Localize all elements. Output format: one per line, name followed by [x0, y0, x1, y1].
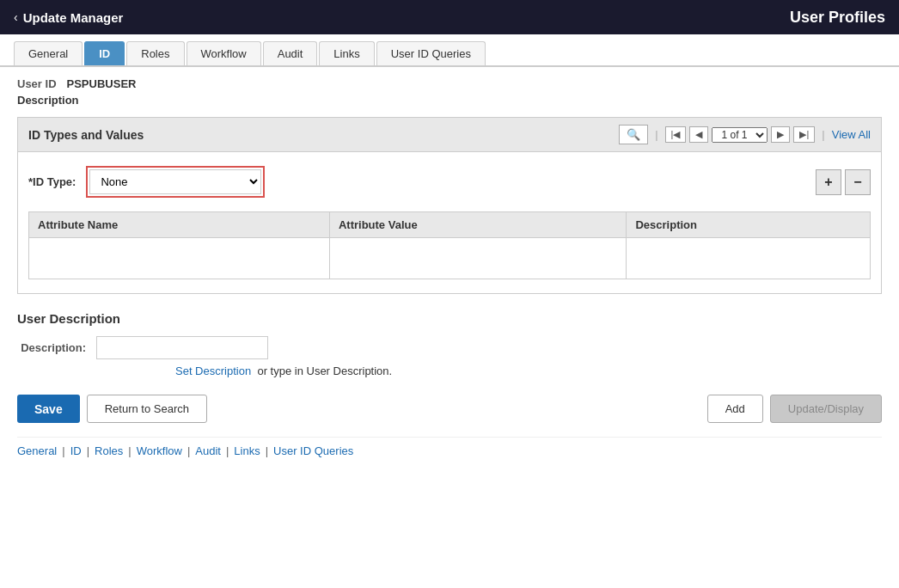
- tab-workflow[interactable]: Workflow: [187, 41, 261, 65]
- desc-field-label: Description:: [17, 341, 86, 354]
- sep-4: |: [182, 444, 195, 457]
- add-remove-btns: + −: [816, 169, 871, 195]
- attr-value-cell: [329, 238, 627, 279]
- description-input[interactable]: [96, 336, 268, 359]
- nav-last-button[interactable]: ▶|: [793, 126, 815, 143]
- add-row-button[interactable]: +: [816, 169, 841, 195]
- col-attribute-value: Attribute Value: [329, 212, 627, 238]
- update-manager-label: Update Manager: [23, 10, 124, 25]
- id-type-select[interactable]: None: [89, 169, 261, 194]
- section-nav: 🔍 | |◀ ◀ 1 of 1 ▶ ▶| | View All: [619, 125, 871, 144]
- tabs-bar: General ID Roles Workflow Audit Links Us…: [0, 34, 899, 67]
- nav-pipe2: |: [818, 128, 828, 141]
- set-desc-text: or type in User Description.: [254, 364, 392, 377]
- sep-2: |: [82, 444, 95, 457]
- id-type-label: *ID Type:: [28, 175, 76, 188]
- tab-user-id-queries[interactable]: User ID Queries: [376, 41, 486, 65]
- tab-links[interactable]: Links: [319, 41, 374, 65]
- back-arrow-icon: ‹: [14, 10, 18, 24]
- nav-pipe: |: [651, 128, 661, 141]
- remove-row-button[interactable]: −: [845, 169, 871, 195]
- section-content: *ID Type: None + − Attribute Name: [18, 152, 881, 293]
- nav-prev-button[interactable]: ◀: [689, 126, 708, 143]
- sep-6: |: [260, 444, 273, 457]
- page-select[interactable]: 1 of 1: [712, 127, 768, 143]
- id-type-left: *ID Type: None: [28, 166, 265, 198]
- section-header: ID Types and Values 🔍 | |◀ ◀ 1 of 1 ▶ ▶|…: [18, 118, 881, 152]
- attr-desc-cell: [627, 238, 871, 279]
- desc-field-row: Description:: [17, 336, 882, 359]
- section-title: ID Types and Values: [28, 128, 144, 142]
- tab-general[interactable]: General: [14, 41, 83, 65]
- nav-next-button[interactable]: ▶: [771, 126, 790, 143]
- save-button[interactable]: Save: [17, 395, 80, 423]
- sep-5: |: [221, 444, 234, 457]
- id-types-section: ID Types and Values 🔍 | |◀ ◀ 1 of 1 ▶ ▶|…: [17, 117, 882, 294]
- sep-1: |: [57, 444, 70, 457]
- description-label: Description: [17, 94, 882, 107]
- action-buttons: Save Return to Search Add Update/Display: [17, 395, 882, 423]
- bottom-nav-audit[interactable]: Audit: [195, 444, 221, 457]
- attribute-table: Attribute Name Attribute Value Descripti…: [28, 211, 871, 279]
- user-id-label: User ID: [17, 77, 57, 90]
- sep-3: |: [123, 444, 136, 457]
- user-description-section: User Description Description: Set Descri…: [17, 311, 882, 377]
- bottom-nav-general[interactable]: General: [17, 444, 57, 457]
- id-type-select-wrapper: None: [86, 166, 265, 198]
- col-attribute-name: Attribute Name: [29, 212, 330, 238]
- set-description-link[interactable]: Set Description: [175, 364, 251, 377]
- main-content: User ID PSPUBUSER Description ID Types a…: [0, 67, 899, 468]
- set-desc-row: Set Description or type in User Descript…: [96, 364, 882, 377]
- view-all-link[interactable]: View All: [832, 128, 871, 141]
- attr-name-cell: [29, 238, 330, 279]
- table-row: [29, 238, 871, 279]
- tab-audit[interactable]: Audit: [263, 41, 318, 65]
- back-button[interactable]: ‹ Update Manager: [14, 10, 123, 25]
- return-to-search-button[interactable]: Return to Search: [87, 395, 207, 423]
- user-id-row: User ID PSPUBUSER: [17, 77, 882, 90]
- col-description: Description: [627, 212, 871, 238]
- user-id-value: PSPUBUSER: [67, 77, 137, 90]
- bottom-nav-user-id-queries[interactable]: User ID Queries: [273, 444, 353, 457]
- bottom-nav-links[interactable]: Links: [234, 444, 260, 457]
- nav-first-button[interactable]: |◀: [665, 126, 687, 143]
- top-bar: ‹ Update Manager User Profiles: [0, 0, 899, 34]
- bottom-nav-id[interactable]: ID: [70, 444, 82, 457]
- action-btns-left: Save Return to Search: [17, 395, 207, 423]
- tab-id[interactable]: ID: [84, 41, 125, 65]
- page-title: User Profiles: [790, 9, 885, 27]
- bottom-nav: General | ID | Roles | Workflow | Audit …: [17, 437, 882, 457]
- add-button[interactable]: Add: [707, 395, 763, 423]
- id-type-row: *ID Type: None + −: [28, 166, 871, 198]
- bottom-nav-roles[interactable]: Roles: [95, 444, 123, 457]
- tab-roles[interactable]: Roles: [126, 41, 184, 65]
- search-button[interactable]: 🔍: [619, 125, 648, 144]
- action-btns-right: Add Update/Display: [707, 395, 882, 423]
- update-display-button: Update/Display: [770, 395, 882, 423]
- user-desc-title: User Description: [17, 311, 882, 326]
- bottom-nav-workflow[interactable]: Workflow: [137, 444, 182, 457]
